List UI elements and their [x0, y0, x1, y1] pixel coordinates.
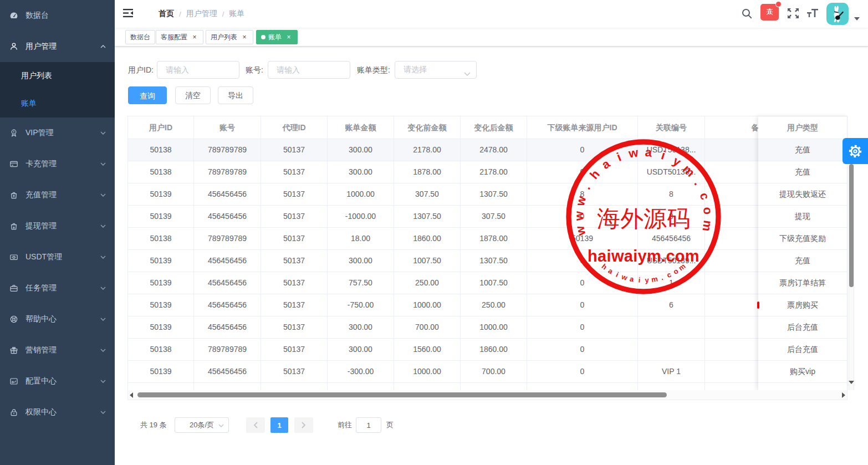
chevron-down-icon: [100, 287, 106, 290]
cell-r8-c4: 700.00: [394, 316, 461, 339]
sidebar-item-10[interactable]: 配置中心: [0, 366, 115, 397]
scroll-left-arrow-icon[interactable]: [130, 392, 133, 398]
tag-close-icon[interactable]: ×: [285, 33, 293, 41]
scroll-down-arrow-icon[interactable]: [849, 381, 854, 384]
horizontal-scrollbar[interactable]: [128, 390, 847, 400]
cell-r5-c4: 1007.50: [394, 250, 461, 272]
next-page-button[interactable]: [294, 417, 313, 433]
font-size-icon[interactable]: [806, 8, 819, 21]
page-unit-label: 页: [386, 417, 394, 433]
table-row-0[interactable]: 5013878978978950137300.002178.002478.000…: [128, 139, 847, 161]
table-row-7[interactable]: 5013945645645650137-750.001000.00250.000…: [128, 294, 847, 316]
cell-r5-c0: 50139: [128, 250, 194, 272]
cell-r4-c4: 1860.00: [394, 228, 461, 250]
action-button-查询[interactable]: 查询: [128, 86, 167, 104]
chevron-down-icon: [100, 162, 106, 166]
cell-r9-c2: 50137: [261, 339, 328, 361]
sidebar-item-label: 充值管理: [25, 190, 57, 200]
table-row-9[interactable]: 5013878978978950137300.001560.001860.000: [128, 339, 847, 361]
cell-r1-c6: 0: [527, 161, 638, 183]
sidebar-item-2[interactable]: VIP管理: [0, 117, 115, 149]
cell-r4-c7: 456456456: [638, 228, 705, 250]
table-row-10[interactable]: 5013945645645650137-300.001000.00700.000…: [128, 361, 847, 383]
cell-r3-c2: 50137: [261, 206, 328, 228]
scroll-right-arrow-icon[interactable]: [842, 392, 845, 398]
tag-客服配置[interactable]: 客服配置×: [156, 30, 203, 44]
action-button-导出[interactable]: 导出: [218, 86, 253, 104]
chevron-down-icon: [100, 349, 106, 352]
table-row-4[interactable]: 501387897897895013718.001860.001878.0050…: [128, 228, 847, 250]
sidebar-item-8[interactable]: 帮助中心: [0, 304, 115, 335]
table-header-row: 用户ID账号代理ID账单金额变化前金额变化后金额下级账单来源用户ID关联编号备注: [128, 116, 847, 139]
sidebar-item-1[interactable]: 用户管理: [0, 31, 115, 62]
sidebar-item-0[interactable]: 数据台: [0, 0, 115, 31]
medal-icon: [9, 129, 18, 137]
sidebar-item-7[interactable]: 任务管理: [0, 273, 115, 304]
sidebar-item-label: 提现管理: [25, 221, 57, 231]
sidebar-subitem-用户列表[interactable]: 用户列表: [0, 62, 115, 90]
cell-r8-c3: 300.00: [328, 316, 394, 339]
filter-input-0[interactable]: [157, 61, 239, 79]
page-number-1[interactable]: 1: [270, 417, 288, 433]
cell-r6-c3: 757.50: [328, 272, 394, 294]
table-row-5[interactable]: 5013945645645650137300.001007.501307.500…: [128, 250, 847, 272]
tag-close-icon[interactable]: ×: [241, 33, 248, 41]
sidebar-item-label: VIP管理: [25, 128, 54, 138]
table-row-6[interactable]: 5013945645645650137757.50250.001007.5001: [128, 272, 847, 294]
filter-label-0: 用户ID:: [128, 61, 154, 79]
sidebar-item-3[interactable]: 卡充管理: [0, 149, 115, 180]
column-header-6: 下级账单来源用户ID: [527, 116, 638, 139]
fixed-cell-r10: 购买vip: [758, 361, 847, 383]
error-log-button[interactable]: [760, 4, 779, 21]
settings-gear-button[interactable]: [843, 138, 868, 164]
sidebar-item-6[interactable]: USDT管理: [0, 242, 115, 273]
breadcrumb-item-0[interactable]: 首页: [159, 9, 174, 19]
sidebar-item-label: 卡充管理: [25, 159, 57, 169]
sidebar-subitem-账单[interactable]: 账单: [0, 90, 115, 117]
goto-page-input[interactable]: [356, 417, 381, 433]
table-row-1[interactable]: 5013878978978950137300.001878.002178.000…: [128, 161, 847, 183]
tag-数据台[interactable]: 数据台: [125, 30, 155, 44]
cell-r3-c7: 8: [638, 206, 705, 228]
sidebar-item-9[interactable]: 营销管理: [0, 335, 115, 366]
tag-用户列表[interactable]: 用户列表×: [206, 30, 253, 44]
sidebar-item-label: 任务管理: [25, 283, 57, 293]
action-button-清空[interactable]: 清空: [175, 86, 211, 104]
prev-page-button[interactable]: [246, 417, 265, 433]
caret-down-icon[interactable]: [854, 17, 860, 23]
table-row-8[interactable]: 5013945645645650137300.00700.001000.000: [128, 316, 847, 339]
sidebar-item-4[interactable]: 充值管理: [0, 180, 115, 211]
data-table: 用户ID账号代理ID账单金额变化前金额变化后金额下级账单来源用户ID关联编号备注…: [127, 116, 847, 400]
cell-r8-c1: 456456456: [194, 316, 261, 339]
search-icon[interactable]: [742, 8, 752, 21]
breadcrumb-item-1: 用户管理: [186, 9, 217, 19]
cell-r4-c0: 50138: [128, 228, 194, 250]
vertical-scrollbar-thumb[interactable]: [849, 164, 854, 287]
sidebar-item-11[interactable]: 权限中心: [0, 397, 115, 428]
sidebar-item-5[interactable]: 提现管理: [0, 211, 115, 242]
column-header-1: 账号: [194, 116, 261, 139]
tag-label: 用户列表: [211, 33, 237, 42]
tag-账单[interactable]: 账单×: [256, 30, 298, 44]
hamburger-icon[interactable]: [123, 8, 133, 18]
tag-label: 客服配置: [161, 33, 187, 42]
cell-r1-c0: 50138: [128, 161, 194, 183]
bag-down-icon: [9, 222, 18, 231]
vertical-scrollbar[interactable]: [849, 139, 854, 390]
gift-icon: [9, 346, 18, 355]
breadcrumb: 首页/用户管理/账单: [159, 0, 244, 28]
tag-close-icon[interactable]: ×: [191, 33, 198, 41]
filter-input-1[interactable]: [268, 61, 350, 79]
horizontal-scrollbar-thumb[interactable]: [137, 392, 667, 397]
cell-r4-c6: 50139: [527, 228, 638, 250]
cell-r4-c3: 18.00: [328, 228, 394, 250]
filter-select-2[interactable]: 请选择: [395, 61, 477, 79]
page-size-select[interactable]: 20条/页: [175, 417, 229, 433]
cell-r2-c1: 456456456: [194, 183, 261, 206]
fullscreen-icon[interactable]: [788, 8, 799, 21]
cell-r10-c1: 456456456: [194, 361, 261, 383]
table-row-3[interactable]: 5013945645645650137-1000.001307.50307.50…: [128, 206, 847, 228]
table-row-2[interactable]: 50139456456456501371000.00307.501307.508…: [128, 183, 847, 206]
avatar[interactable]: [826, 3, 849, 25]
breadcrumb-item-2: 账单: [229, 9, 244, 19]
